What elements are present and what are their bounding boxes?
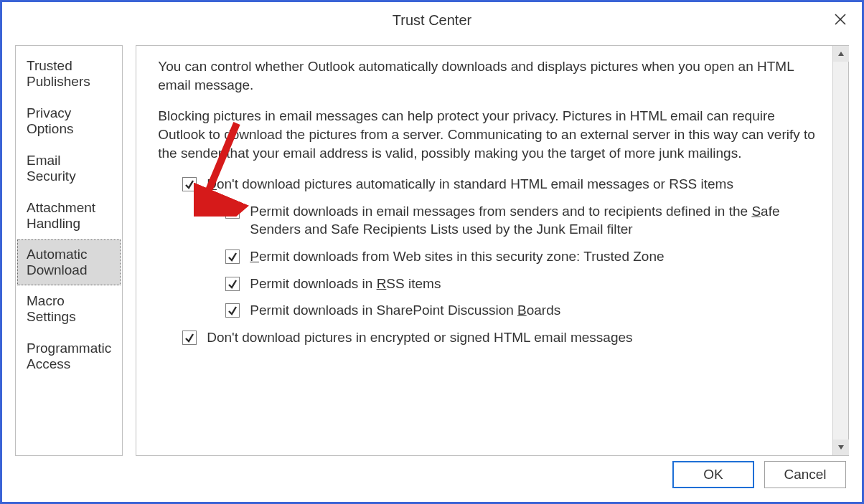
chevron-up-icon [837,50,845,57]
options-group: Don't download pictures automatically in… [182,175,818,346]
sidebar-item-label: Programmatic Access [27,341,111,371]
sidebar-item-macro-settings[interactable]: Macro Settings [16,285,122,333]
close-icon [834,13,847,26]
option-label: Permit downloads from Web sites in this … [250,247,818,266]
option-row: Permit downloads in email messages from … [225,202,818,239]
sidebar-item-label: Privacy Options [27,105,73,136]
option-label: Permit downloads in email messages from … [250,202,818,239]
sidebar-item-email-security[interactable]: Email Security [16,145,122,192]
checkbox[interactable] [182,177,197,191]
option-label: Permit downloads in RSS items [250,275,818,293]
option-row: Permit downloads in SharePoint Discussio… [225,301,818,320]
svg-marker-4 [838,52,844,56]
intro-paragraph-1: You can control whether Outlook automati… [158,57,818,94]
option-label: Permit downloads in SharePoint Discussio… [250,301,818,320]
svg-marker-5 [838,445,844,450]
sidebar-item-programmatic-access[interactable]: Programmatic Access [16,333,122,380]
option-label: Don't download pictures in encrypted or … [207,328,818,347]
checkbox[interactable] [182,331,197,345]
dialog-window: Trust Center Trusted PublishersPrivacy O… [0,0,864,504]
content-pane: You can control whether Outlook automati… [136,46,832,455]
checkbox[interactable] [225,249,240,264]
sidebar-item-label: Email Security [27,153,76,184]
option-row: Permit downloads from Web sites in this … [225,247,818,266]
sidebar-item-label: Automatic Download [27,247,88,277]
category-sidebar: Trusted PublishersPrivacy OptionsEmail S… [15,45,123,456]
window-title: Trust Center [393,12,471,29]
checkbox[interactable] [225,303,240,318]
sidebar-item-label: Attachment Handling [27,200,95,231]
checkbox[interactable] [225,277,240,291]
option-row: Don't download pictures automatically in… [182,175,818,194]
ok-button[interactable]: OK [672,461,754,488]
sidebar-item-trusted-publishers[interactable]: Trusted Publishers [16,50,122,98]
sidebar-item-automatic-download[interactable]: Automatic Download [17,239,121,285]
close-button[interactable] [826,5,855,34]
scrollbar-vertical[interactable] [832,46,848,455]
dialog-footer: OK Cancel [2,456,862,502]
scroll-down-button[interactable] [833,439,849,455]
checkbox[interactable] [225,204,240,219]
sidebar-item-attachment-handling[interactable]: Attachment Handling [16,192,122,239]
content-wrapper: You can control whether Outlook automati… [136,45,849,456]
sidebar-item-label: Macro Settings [27,293,76,324]
option-label: Don't download pictures automatically in… [207,175,818,194]
title-bar: Trust Center [2,2,862,38]
scrollbar-track[interactable] [833,62,848,439]
chevron-down-icon [837,444,845,451]
option-row: Don't download pictures in encrypted or … [182,328,818,347]
cancel-button[interactable]: Cancel [764,461,846,488]
intro-paragraph-2: Blocking pictures in email messages can … [158,107,818,162]
sidebar-item-label: Trusted Publishers [27,58,90,89]
scroll-up-button[interactable] [833,46,849,62]
sidebar-item-privacy-options[interactable]: Privacy Options [16,98,122,145]
dialog-body: Trusted PublishersPrivacy OptionsEmail S… [2,38,862,456]
option-row: Permit downloads in RSS items [225,275,818,293]
